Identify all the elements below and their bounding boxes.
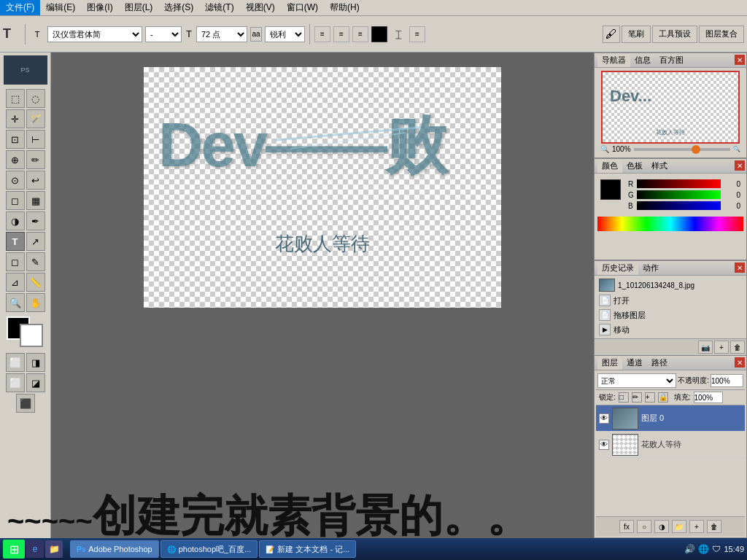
history-brush-tool[interactable]: ↩ xyxy=(26,171,45,190)
slice-tool[interactable]: ⊢ xyxy=(26,130,45,149)
history-item-3[interactable]: ▶ 移动 xyxy=(596,322,745,337)
zoom-tool[interactable]: 🔍 xyxy=(6,293,25,312)
blue-bar[interactable] xyxy=(637,201,721,210)
layers-panel-close-button[interactable]: ✕ xyxy=(735,357,745,368)
taskbar-icon-ie[interactable]: e xyxy=(26,540,44,558)
zoom-in-icon[interactable]: 🔍 xyxy=(733,146,740,152)
full-screen-menu[interactable]: ◪ xyxy=(26,373,45,392)
font-family-select[interactable]: 汉仪雪君体简 xyxy=(47,26,142,42)
layer-group-btn[interactable]: 📁 xyxy=(672,520,686,533)
hand-tool[interactable]: ✋ xyxy=(26,293,45,312)
gradient-tool[interactable]: ▦ xyxy=(26,191,45,210)
color-spectrum[interactable] xyxy=(597,217,743,231)
brush-tool[interactable]: ✏ xyxy=(26,150,45,169)
taskbar-notepad[interactable]: 📝 新建 文本文档 - 记... xyxy=(259,540,356,558)
lock-transparent-btn[interactable]: □ xyxy=(619,392,629,402)
taskbar-browser[interactable]: 🌐 photoshop吧_百度... xyxy=(160,540,258,558)
lock-all-btn[interactable]: 🔒 xyxy=(658,392,668,402)
styles-tab[interactable]: 样式 xyxy=(647,160,672,172)
menu-file[interactable]: 文件(F) xyxy=(0,0,40,15)
taskbar-systray-icon[interactable]: 🔊 xyxy=(684,544,695,554)
align-center-button[interactable]: ≡ xyxy=(333,26,349,42)
lock-image-btn[interactable]: ✏ xyxy=(632,392,642,402)
align-right-button[interactable]: ≡ xyxy=(352,26,368,42)
blend-mode-select[interactable]: 正常 xyxy=(597,373,676,388)
histogram-tab[interactable]: 百方图 xyxy=(655,54,688,66)
menu-filter[interactable]: 滤镜(T) xyxy=(199,0,239,15)
move-tool[interactable]: ✛ xyxy=(6,109,25,128)
layer-new-btn[interactable]: + xyxy=(689,520,704,533)
color-tab[interactable]: 颜色 xyxy=(597,160,622,173)
lasso-tool[interactable]: ◌ xyxy=(26,89,45,108)
menu-help[interactable]: 帮助(H) xyxy=(324,0,365,15)
layer-style-btn[interactable]: fx xyxy=(619,520,634,533)
history-item-1[interactable]: 📄 打开 xyxy=(596,293,745,308)
font-size-select[interactable]: 72 点 xyxy=(196,26,247,42)
crop-tool[interactable]: ⊡ xyxy=(6,130,25,149)
font-style-select[interactable]: - xyxy=(145,26,182,42)
taskbar-photoshop[interactable]: Ps Adobe Photoshop xyxy=(70,540,159,558)
channels-tab[interactable]: 通道 xyxy=(622,357,647,369)
navigator-close-button[interactable]: ✕ xyxy=(735,55,745,65)
pen-tool[interactable]: ✒ xyxy=(26,211,45,230)
shape-tool[interactable]: ◻ xyxy=(6,252,25,271)
standard-screen[interactable]: ⬜ xyxy=(6,373,25,392)
menu-window[interactable]: 窗口(W) xyxy=(281,0,324,15)
clone-tool[interactable]: ⊙ xyxy=(6,171,25,190)
zoom-out-icon[interactable]: 🔍 xyxy=(600,145,609,153)
heal-tool[interactable]: ⊕ xyxy=(6,150,25,169)
eraser-tool[interactable]: ◻ xyxy=(6,191,25,210)
warp-text-icon[interactable]: ⌶ xyxy=(390,26,406,42)
full-screen[interactable]: ⬛ xyxy=(16,394,35,413)
eyedropper-tool[interactable]: ⊿ xyxy=(6,273,25,292)
layer-comps-button[interactable]: 图层复合 xyxy=(699,26,744,43)
zoom-slider[interactable] xyxy=(634,148,730,151)
dodge-tool[interactable]: ◑ xyxy=(6,211,25,230)
red-bar[interactable] xyxy=(637,179,721,188)
antialiasing-select[interactable]: 锐利 xyxy=(265,26,305,42)
taskbar-shield-icon[interactable]: 🛡 xyxy=(712,544,721,554)
history-item-0[interactable]: 1_101206134248_8.jpg xyxy=(596,277,745,293)
menu-view[interactable]: 视图(V) xyxy=(240,0,281,15)
align-left-button[interactable]: ≡ xyxy=(314,26,330,42)
workspace-icon[interactable]: 🖋 xyxy=(603,26,620,43)
history-delete-btn[interactable]: 🗑 xyxy=(730,341,745,354)
history-panel-close-button[interactable]: ✕ xyxy=(735,262,745,273)
text-tool[interactable]: T xyxy=(6,232,25,251)
lock-position-btn[interactable]: + xyxy=(645,392,655,402)
history-tab[interactable]: 历史记录 xyxy=(597,262,638,275)
menu-edit[interactable]: 编辑(E) xyxy=(40,0,81,15)
quick-mask-mode[interactable]: ◨ xyxy=(26,353,45,372)
background-color[interactable] xyxy=(20,324,43,347)
history-new-layer-btn[interactable]: + xyxy=(714,341,729,354)
taskbar-network-icon[interactable]: 🌐 xyxy=(698,544,709,554)
history-new-snapshot-btn[interactable]: 📷 xyxy=(698,341,713,354)
marquee-tool[interactable]: ⬚ xyxy=(6,89,25,108)
menu-layer[interactable]: 图层(L) xyxy=(119,0,159,15)
layer-delete-btn[interactable]: 🗑 xyxy=(707,520,721,533)
layer-item-0[interactable]: 👁 图层 0 xyxy=(596,405,745,432)
actions-tab[interactable]: 动作 xyxy=(638,262,663,274)
notes-tool[interactable]: ✎ xyxy=(26,252,45,271)
color-panel-close-button[interactable]: ✕ xyxy=(735,160,745,171)
start-button[interactable]: ⊞ xyxy=(3,540,25,559)
layer-eye-0[interactable]: 👁 xyxy=(599,413,609,424)
taskbar-icon-folder[interactable]: 📁 xyxy=(45,540,63,558)
layer-eye-1[interactable]: 👁 xyxy=(599,440,609,450)
swatches-tab[interactable]: 色板 xyxy=(622,160,647,172)
layer-adjustment-btn[interactable]: ◑ xyxy=(654,520,669,533)
history-item-2[interactable]: 📄 拖移图层 xyxy=(596,308,745,322)
layer-mask-btn[interactable]: ○ xyxy=(637,520,651,533)
brush-button[interactable]: 笔刷 xyxy=(622,26,651,43)
fill-input[interactable] xyxy=(694,392,723,403)
canvas-area[interactable]: Dev——败 花败人等待 xyxy=(51,52,594,538)
standard-mode[interactable]: ⬜ xyxy=(6,353,25,372)
magic-wand-tool[interactable]: 🪄 xyxy=(26,109,45,128)
menu-select[interactable]: 选择(S) xyxy=(158,0,199,15)
path-selection-tool[interactable]: ↗ xyxy=(26,232,45,251)
measure-tool[interactable]: 📏 xyxy=(26,273,45,292)
info-tab[interactable]: 信息 xyxy=(630,54,655,66)
fg-color-swatch[interactable] xyxy=(600,179,621,200)
opacity-input[interactable] xyxy=(711,374,743,387)
paths-tab[interactable]: 路径 xyxy=(647,357,672,369)
